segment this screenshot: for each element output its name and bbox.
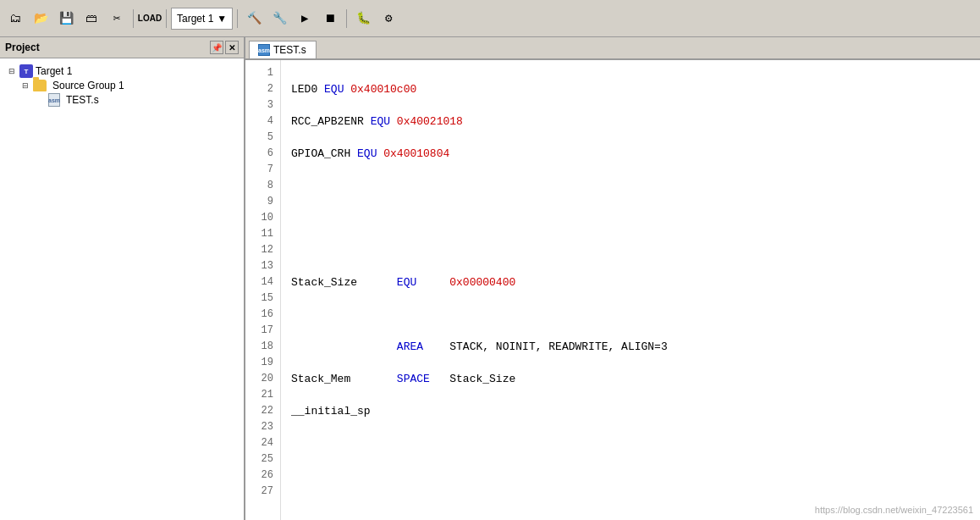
tree-label-group: Source Group 1	[52, 80, 124, 91]
line-num-26: 26	[245, 467, 273, 484]
line-num-7: 7	[245, 162, 273, 178]
tree-item-group[interactable]: ⊟ Source Group 1	[3, 79, 240, 92]
project-title: Project	[5, 41, 40, 53]
line-num-25: 25	[245, 451, 273, 467]
tab-label: TEST.s	[273, 44, 306, 56]
file-icon: asm	[48, 93, 60, 107]
code-content: LED0 EQU 0x40010c00 RCC_APB2ENR EQU 0x40…	[281, 60, 980, 520]
code-line-6	[291, 242, 970, 258]
line-num-12: 12	[245, 242, 273, 258]
editor-panel: asm TEST.s 1 2 3 4 5 6 7 8 9 10 11 12 13…	[245, 37, 980, 520]
code-line-3: GPIOA_CRH EQU 0x40010804	[291, 146, 970, 162]
toolbar-cut-btn[interactable]: ✂	[105, 7, 129, 30]
line-num-8: 8	[245, 178, 273, 194]
tab-tests[interactable]: asm TEST.s	[249, 41, 317, 58]
toolbar-sep-1	[133, 9, 134, 28]
line-num-18: 18	[245, 339, 273, 355]
code-line-9: AREA STACK, NOINIT, READWRITE, ALIGN=3	[291, 339, 970, 355]
line-num-15: 15	[245, 290, 273, 307]
toolbar: 🗂 📂 💾 🗃 ✂ LOAD Target 1 ▼ 🔨 🔧 ▶ ⏹ 🐛 ⚙	[0, 0, 980, 37]
line-num-13: 13	[245, 258, 273, 274]
line-num-16: 16	[245, 307, 273, 323]
line-num-19: 19	[245, 355, 273, 371]
toolbar-load-btn[interactable]: LOAD	[138, 7, 162, 30]
toolbar-open-btn[interactable]: 📂	[29, 7, 52, 30]
toolbar-new-btn[interactable]: 🗂	[3, 7, 27, 30]
toolbar-sep-4	[346, 9, 347, 28]
code-line-2: RCC_APB2ENR EQU 0x40021018	[291, 113, 970, 130]
tree-label-target: Target 1	[36, 65, 72, 77]
line-numbers: 1 2 3 4 5 6 7 8 9 10 11 12 13 14 15 16 1…	[245, 60, 281, 520]
line-num-5: 5	[245, 130, 273, 146]
target-icon: T	[19, 64, 33, 78]
toolbar-rebuild-btn[interactable]: 🔧	[267, 7, 291, 30]
toolbar-sep-3	[237, 9, 238, 28]
line-num-2: 2	[245, 81, 273, 97]
line-num-17: 17	[245, 323, 273, 339]
code-line-5	[291, 210, 970, 226]
toolbar-save-all-btn[interactable]: 🗃	[80, 7, 103, 30]
code-line-13	[291, 467, 970, 484]
line-num-22: 22	[245, 403, 273, 419]
line-num-20: 20	[245, 371, 273, 387]
project-header: Project 📌 ✕	[0, 37, 244, 58]
project-close-btn[interactable]: ✕	[225, 41, 239, 54]
tree-label-file: TEST.s	[66, 94, 99, 106]
line-num-27: 27	[245, 484, 273, 500]
toolbar-stop-btn[interactable]: ⏹	[318, 7, 342, 30]
folder-icon	[33, 80, 47, 91]
line-num-24: 24	[245, 435, 273, 451]
line-num-21: 21	[245, 387, 273, 403]
code-line-8	[291, 307, 970, 323]
toolbar-debug-btn[interactable]: 🐛	[351, 7, 375, 30]
code-line-4	[291, 178, 970, 194]
line-num-3: 3	[245, 97, 273, 113]
toolbar-target-label: Target 1	[177, 13, 213, 25]
tree-expand-group: ⊟	[22, 81, 30, 90]
code-editor[interactable]: 1 2 3 4 5 6 7 8 9 10 11 12 13 14 15 16 1…	[245, 60, 980, 520]
project-pin-btn[interactable]: 📌	[210, 41, 223, 54]
watermark: https://blog.csdn.net/weixin_47223561	[815, 505, 973, 515]
tab-file-icon: asm	[258, 44, 270, 56]
chevron-down-icon: ▼	[217, 13, 227, 25]
toolbar-save-btn[interactable]: 💾	[54, 7, 78, 30]
tab-bar: asm TEST.s	[245, 37, 980, 60]
tree-item-target[interactable]: ⊟ T Target 1	[3, 64, 240, 79]
toolbar-build-btn[interactable]: 🔨	[242, 7, 266, 30]
code-line-10: Stack_Mem SPACE Stack_Size	[291, 371, 970, 387]
line-num-1: 1	[245, 65, 273, 81]
tree-expand-target: ⊟	[8, 67, 17, 75]
toolbar-sep-2	[166, 9, 167, 28]
line-num-6: 6	[245, 146, 273, 162]
toolbar-target-selector[interactable]: Target 1 ▼	[171, 8, 233, 30]
tree-item-file[interactable]: ▷ asm TEST.s	[3, 92, 240, 108]
line-num-4: 4	[245, 113, 273, 130]
toolbar-run-btn[interactable]: ▶	[293, 7, 317, 30]
project-panel: Project 📌 ✕ ⊟ T Target 1 ⊟ Source Group …	[0, 37, 245, 520]
code-line-7: Stack_Size EQU 0x00000400	[291, 274, 970, 290]
toolbar-settings-btn[interactable]: ⚙	[377, 7, 400, 30]
line-num-10: 10	[245, 210, 273, 226]
line-num-9: 9	[245, 194, 273, 210]
main-area: Project 📌 ✕ ⊟ T Target 1 ⊟ Source Group …	[0, 37, 980, 520]
code-line-1: LED0 EQU 0x40010c00	[291, 81, 970, 97]
line-num-11: 11	[245, 226, 273, 242]
code-line-11: __initial_sp	[291, 403, 970, 419]
line-num-23: 23	[245, 419, 273, 435]
project-header-icons: 📌 ✕	[210, 41, 239, 54]
code-line-12	[291, 435, 970, 451]
project-tree: ⊟ T Target 1 ⊟ Source Group 1 ▷ asm TEST…	[0, 58, 244, 520]
line-num-14: 14	[245, 274, 273, 290]
